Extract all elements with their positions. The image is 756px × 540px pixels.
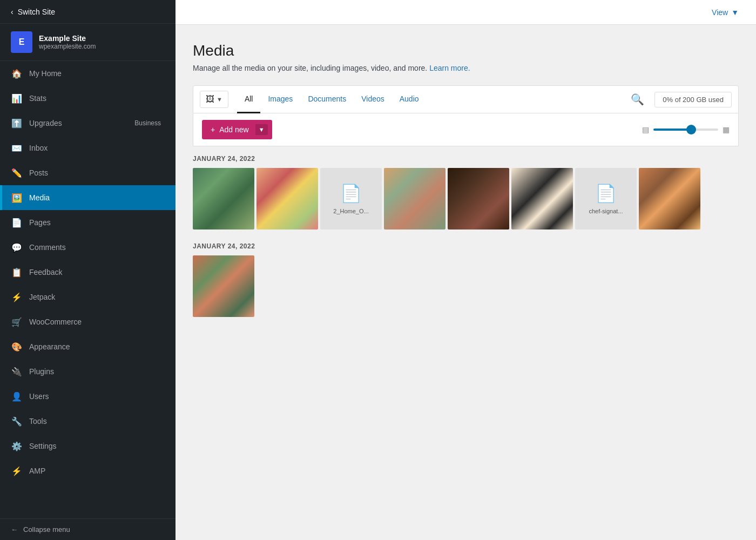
sidebar-item-label-amp: AMP [29, 467, 45, 475]
media-item[interactable] [511, 168, 573, 230]
media-type-selector[interactable]: 🖼 ▼ [200, 91, 228, 108]
sidebar-item-my-home[interactable]: 🏠My Home [0, 61, 176, 86]
sidebar-item-label-inbox: Inbox [29, 144, 48, 152]
sidebar-item-label-jetpack: Jetpack [29, 293, 55, 301]
inbox-icon: ✉️ [11, 143, 23, 153]
sidebar-item-feedback[interactable]: 📋Feedback [0, 260, 176, 285]
sidebar-item-label-tools: Tools [29, 417, 47, 426]
media-item[interactable] [256, 168, 318, 230]
page-title: Media [193, 42, 739, 59]
page-description: Manage all the media on your site, inclu… [193, 64, 739, 72]
sidebar-item-stats[interactable]: 📊Stats [0, 86, 176, 111]
switch-site-label: Switch Site [18, 8, 55, 16]
document-icon: 📄 [595, 183, 617, 204]
nav-list: 🏠My Home📊Stats⬆️UpgradesBusiness✉️Inbox✏… [0, 61, 176, 483]
sidebar: ‹ Switch Site E Example Site wpexamplesi… [0, 0, 176, 540]
sidebar-item-label-my-home: My Home [29, 69, 62, 78]
sidebar-item-label-upgrades: Upgrades [29, 119, 62, 127]
collapse-menu-button[interactable]: ← Collapse menu [0, 518, 176, 540]
sidebar-item-tools[interactable]: 🔧Tools [0, 409, 176, 434]
site-info[interactable]: E Example Site wpexamplesite.com [0, 24, 176, 61]
document-name: 2_Home_O... [330, 208, 372, 214]
sidebar-item-woocommerce[interactable]: 🛒WooCommerce [0, 309, 176, 334]
site-name: Example Site [39, 34, 96, 43]
add-icon: + [211, 125, 215, 134]
storage-info: 0% of 200 GB used [654, 92, 732, 107]
media-grid-container: JANUARY 24, 2022📄2_Home_O...📄chef-signat… [193, 155, 739, 317]
zoom-out-icon: ▤ [642, 125, 649, 134]
view-label: View [712, 8, 728, 17]
learn-more-link[interactable]: Learn more. [429, 64, 470, 72]
tab-videos[interactable]: Videos [354, 85, 392, 113]
add-new-chevron-icon: ▼ [255, 124, 268, 135]
collapse-menu-label: Collapse menu [23, 525, 70, 534]
search-button[interactable]: 🔍 [626, 89, 648, 110]
media-item[interactable] [193, 168, 254, 230]
feedback-icon: 📋 [11, 267, 23, 278]
media-item[interactable]: 📄chef-signat... [575, 168, 637, 230]
tabs-bar: 🖼 ▼ All Images Documents Videos Audio 🔍 … [193, 85, 739, 113]
zoom-controls: ▤ ▦ [642, 125, 730, 134]
view-button[interactable]: View ▼ [712, 8, 739, 17]
document-icon: 📄 [340, 183, 362, 204]
tab-audio[interactable]: Audio [392, 85, 427, 113]
sidebar-item-inbox[interactable]: ✉️Inbox [0, 136, 176, 160]
nav-badge-upgrades: Business [131, 119, 165, 127]
document-name: chef-signat... [586, 208, 626, 214]
sidebar-item-label-feedback: Feedback [29, 268, 62, 276]
pages-icon: 📄 [11, 218, 23, 228]
settings-icon: ⚙️ [11, 441, 23, 451]
sidebar-item-pages[interactable]: 📄Pages [0, 210, 176, 235]
comments-icon: 💬 [11, 242, 23, 253]
sidebar-item-label-appearance: Appearance [29, 342, 70, 351]
tab-images[interactable]: Images [260, 85, 300, 113]
sidebar-item-amp[interactable]: ⚡AMP [0, 458, 176, 483]
woocommerce-icon: 🛒 [11, 317, 23, 327]
sidebar-item-appearance[interactable]: 🎨Appearance [0, 334, 176, 359]
tools-icon: 🔧 [11, 416, 23, 427]
amp-icon: ⚡ [11, 466, 23, 476]
sidebar-item-jetpack[interactable]: ⚡Jetpack [0, 285, 176, 309]
tab-documents[interactable]: Documents [300, 85, 354, 113]
media-item[interactable] [384, 168, 446, 230]
sidebar-item-label-plugins: Plugins [29, 367, 54, 376]
upgrades-icon: ⬆️ [11, 118, 23, 129]
media-item[interactable] [448, 168, 509, 230]
sidebar-item-label-users: Users [29, 392, 49, 401]
sidebar-item-label-pages: Pages [29, 218, 51, 227]
sidebar-item-settings[interactable]: ⚙️Settings [0, 434, 176, 458]
sidebar-item-plugins[interactable]: 🔌Plugins [0, 359, 176, 384]
site-avatar: E [11, 31, 32, 53]
media-grid [193, 255, 739, 317]
site-details: Example Site wpexamplesite.com [39, 34, 96, 50]
media-item[interactable] [193, 255, 254, 317]
media-item[interactable]: 📄2_Home_O... [320, 168, 382, 230]
appearance-icon: 🎨 [11, 342, 23, 352]
sidebar-item-media[interactable]: 🖼️Media [0, 185, 176, 210]
site-url: wpexamplesite.com [39, 43, 96, 50]
my-home-icon: 🏠 [11, 69, 23, 79]
sidebar-item-label-stats: Stats [29, 94, 46, 103]
content-area: Media Manage all the media on your site,… [176, 25, 756, 540]
chevron-left-icon: ‹ [11, 8, 14, 16]
sidebar-item-label-posts: Posts [29, 168, 48, 177]
switch-site-button[interactable]: ‹ Switch Site [0, 0, 176, 24]
media-item[interactable] [639, 168, 700, 230]
sidebar-item-posts[interactable]: ✏️Posts [0, 160, 176, 185]
sidebar-item-upgrades[interactable]: ⬆️UpgradesBusiness [0, 111, 176, 136]
add-new-button[interactable]: + Add new ▼ [202, 120, 272, 139]
sidebar-item-label-comments: Comments [29, 243, 66, 252]
media-section: JANUARY 24, 2022📄2_Home_O...📄chef-signat… [193, 155, 739, 230]
sidebar-item-users[interactable]: 👤Users [0, 384, 176, 409]
main-content: View ▼ Media Manage all the media on you… [176, 0, 756, 540]
sidebar-item-label-media: Media [29, 193, 50, 202]
media-section: JANUARY 24, 2022 [193, 242, 739, 317]
tab-all[interactable]: All [237, 85, 261, 113]
zoom-in-icon: ▦ [723, 125, 730, 134]
sidebar-item-comments[interactable]: 💬Comments [0, 235, 176, 260]
zoom-slider[interactable] [653, 129, 718, 131]
sidebar-item-label-woocommerce: WooCommerce [29, 318, 82, 326]
media-grid: 📄2_Home_O...📄chef-signat... [193, 168, 739, 230]
sidebar-item-label-settings: Settings [29, 442, 57, 450]
media-date-label: JANUARY 24, 2022 [193, 155, 739, 163]
